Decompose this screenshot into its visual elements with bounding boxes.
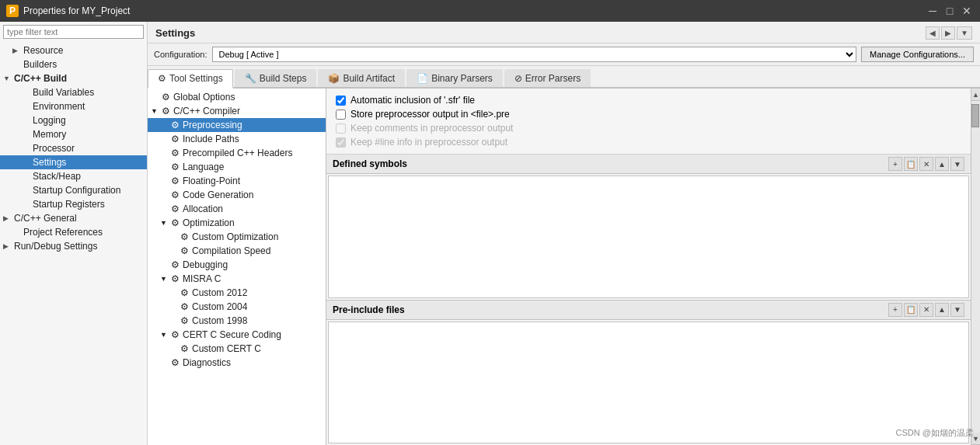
content-area: Settings ◀ ▶ ▼ Configuration: Debug [ Ac… bbox=[148, 22, 980, 445]
sidebar-item-startup-config[interactable]: Startup Configuration bbox=[0, 183, 147, 197]
tool-tree-item-custom-1998[interactable]: ⚙Custom 1998 bbox=[148, 314, 326, 328]
tool-tree-item-compilation-speed[interactable]: ⚙Compilation Speed bbox=[148, 244, 326, 258]
tab-build-artifact[interactable]: 📦Build Artifact bbox=[318, 69, 405, 87]
checkbox-keep-line-info bbox=[336, 137, 346, 148]
sidebar-item-resource[interactable]: ▶Resource bbox=[0, 43, 147, 57]
settings-header: Settings ◀ ▶ ▼ bbox=[148, 22, 980, 43]
nav-forward-button[interactable]: ▶ bbox=[941, 26, 955, 40]
tool-tree-item-debugging[interactable]: ⚙Debugging bbox=[148, 258, 326, 272]
scrollbar-thumb[interactable] bbox=[971, 104, 979, 127]
tool-tree-item-cpp-compiler[interactable]: ▼⚙C/C++ Compiler bbox=[148, 104, 326, 118]
tab-label: Error Parsers bbox=[525, 73, 581, 84]
tool-tree-item-language[interactable]: ⚙Language bbox=[148, 160, 326, 174]
filter-input[interactable] bbox=[3, 25, 144, 39]
scroll-up-arrow[interactable]: ▲ bbox=[971, 89, 980, 101]
tab-build-steps[interactable]: 🔧Build Steps bbox=[235, 69, 317, 87]
tab-tool-settings[interactable]: ⚙Tool Settings bbox=[148, 69, 233, 89]
ds-add-button[interactable]: + bbox=[888, 157, 902, 171]
tool-tree-item-custom-cert-c[interactable]: ⚙Custom CERT C bbox=[148, 342, 326, 356]
ds-delete-button[interactable]: ✕ bbox=[919, 157, 933, 171]
tab-label: Build Steps bbox=[260, 73, 307, 84]
tree-expand-arrow: ▶ bbox=[3, 242, 11, 250]
tool-tree-item-custom-2004[interactable]: ⚙Custom 2004 bbox=[148, 300, 326, 314]
sidebar-item-build-variables[interactable]: Build Variables bbox=[0, 85, 147, 99]
pre-include-label: Pre-include files bbox=[333, 304, 405, 315]
manage-config-button[interactable]: Manage Configurations... bbox=[861, 47, 974, 62]
sidebar-item-startup-registers[interactable]: Startup Registers bbox=[0, 197, 147, 211]
tool-tree-item-diagnostics[interactable]: ⚙Diagnostics bbox=[148, 356, 326, 370]
window-controls: ─ □ ✕ bbox=[926, 4, 974, 18]
maximize-button[interactable]: □ bbox=[943, 4, 957, 18]
sidebar-item-memory[interactable]: Memory bbox=[0, 127, 147, 141]
sidebar-item-label: Startup Registers bbox=[33, 199, 105, 210]
option-row-store-preprocessor: Store preprocessor output in <file>.pre bbox=[336, 109, 961, 120]
defined-symbols-actions: + 📋 ✕ ▲ ▼ bbox=[888, 157, 964, 171]
config-select[interactable]: Debug [ Active ] bbox=[212, 47, 857, 62]
tool-tree-item-label: Custom 2004 bbox=[192, 301, 247, 312]
tool-tree-item-floating-point[interactable]: ⚙Floating-Point bbox=[148, 174, 326, 188]
sidebar-item-label: Build Variables bbox=[33, 87, 94, 98]
tool-tree-item-label: CERT C Secure Coding bbox=[183, 329, 281, 340]
tool-tree-item-label: C/C++ Compiler bbox=[173, 106, 240, 116]
sidebar-item-label: Memory bbox=[33, 129, 66, 140]
nav-back-button[interactable]: ◀ bbox=[926, 26, 940, 40]
tool-tree-item-label: Language bbox=[183, 162, 224, 172]
tool-tree-item-precompiled-headers[interactable]: ⚙Precompiled C++ Headers bbox=[148, 146, 326, 160]
nav-dropdown-button[interactable]: ▼ bbox=[957, 26, 972, 40]
sidebar-item-builders[interactable]: Builders bbox=[0, 57, 147, 71]
tool-tree-item-optimization[interactable]: ▼⚙Optimization bbox=[148, 216, 326, 230]
sidebar-item-processor[interactable]: Processor bbox=[0, 141, 147, 155]
pi-add-button[interactable]: + bbox=[888, 303, 902, 317]
app-icon: P bbox=[6, 5, 19, 17]
sidebar-item-label: Startup Configuration bbox=[33, 185, 120, 196]
pi-delete-button[interactable]: ✕ bbox=[919, 303, 933, 317]
minimize-button[interactable]: ─ bbox=[926, 4, 940, 18]
tool-tree-item-preprocessing[interactable]: ⚙Preprocessing bbox=[148, 118, 326, 132]
tab-error-parsers[interactable]: ⊘Error Parsers bbox=[504, 69, 591, 87]
tool-tree-item-label: Allocation bbox=[183, 203, 223, 214]
tab-binary-parsers[interactable]: 📄Binary Parsers bbox=[406, 69, 503, 87]
close-button[interactable]: ✕ bbox=[960, 4, 974, 18]
sidebar-item-run-debug[interactable]: ▶Run/Debug Settings bbox=[0, 239, 147, 253]
expand-arrow-icon: ▼ bbox=[160, 219, 168, 227]
sidebar-item-environment[interactable]: Environment bbox=[0, 99, 147, 113]
tool-tree-item-misra-c[interactable]: ▼⚙MISRA C bbox=[148, 272, 326, 286]
sidebar-item-stack-heap[interactable]: Stack/Heap bbox=[0, 169, 147, 183]
pi-move-up-button[interactable]: ▲ bbox=[935, 303, 949, 317]
tool-tree-item-global-options[interactable]: ⚙Global Options bbox=[148, 90, 326, 104]
option-row-keep-comments: Keep comments in preprocessor output bbox=[336, 123, 961, 134]
title-bar: P Properties for MY_Project ─ □ ✕ bbox=[0, 0, 980, 22]
ds-move-up-button[interactable]: ▲ bbox=[935, 157, 949, 171]
pi-add-from-workspace-button[interactable]: 📋 bbox=[904, 303, 918, 317]
tree-expand-arrow: ▼ bbox=[3, 75, 11, 82]
tab-label: Build Artifact bbox=[343, 73, 395, 84]
window-title: Properties for MY_Project bbox=[23, 5, 921, 16]
tool-tree-item-label: Custom Optimization bbox=[192, 231, 278, 242]
tool-tree-item-label: Custom 2012 bbox=[192, 287, 247, 298]
detail-panel: Automatic inclusion of '.sfr' fileStore … bbox=[326, 89, 971, 445]
tool-tree-item-include-paths[interactable]: ⚙Include Paths bbox=[148, 132, 326, 146]
tool-tree-item-icon: ⚙ bbox=[180, 231, 189, 242]
pre-include-header: Pre-include files + 📋 ✕ ▲ ▼ bbox=[326, 301, 971, 320]
sidebar-item-settings[interactable]: Settings bbox=[0, 155, 147, 169]
tab-icon: 🔧 bbox=[245, 73, 256, 84]
tool-tree-item-code-generation[interactable]: ⚙Code Generation bbox=[148, 188, 326, 202]
sidebar-item-project-references[interactable]: Project References bbox=[0, 225, 147, 239]
sidebar-item-cpp-build[interactable]: ▼C/C++ Build bbox=[0, 71, 147, 85]
tool-tree-item-allocation[interactable]: ⚙Allocation bbox=[148, 202, 326, 216]
tool-tree-item-label: Diagnostics bbox=[183, 357, 231, 368]
tool-tree-item-icon: ⚙ bbox=[180, 315, 189, 326]
tool-tree-item-cert-c[interactable]: ▼⚙CERT C Secure Coding bbox=[148, 328, 326, 342]
tool-tree-item-icon: ⚙ bbox=[171, 148, 180, 158]
sidebar-item-cpp-general[interactable]: ▶C/C++ General bbox=[0, 211, 147, 225]
checkbox-store-preprocessor[interactable] bbox=[336, 110, 346, 120]
ds-add-from-workspace-button[interactable]: 📋 bbox=[904, 157, 918, 171]
checkbox-auto-inclusion[interactable] bbox=[336, 96, 346, 106]
tool-tree-item-custom-2012[interactable]: ⚙Custom 2012 bbox=[148, 286, 326, 300]
sidebar-item-logging[interactable]: Logging bbox=[0, 113, 147, 127]
option-label-keep-comments: Keep comments in preprocessor output bbox=[350, 123, 513, 134]
pi-move-down-button[interactable]: ▼ bbox=[950, 303, 964, 317]
tool-tree-item-custom-optimization[interactable]: ⚙Custom Optimization bbox=[148, 230, 326, 244]
ds-move-down-button[interactable]: ▼ bbox=[950, 157, 964, 171]
defined-symbols-header: Defined symbols + 📋 ✕ ▲ ▼ bbox=[326, 155, 971, 174]
